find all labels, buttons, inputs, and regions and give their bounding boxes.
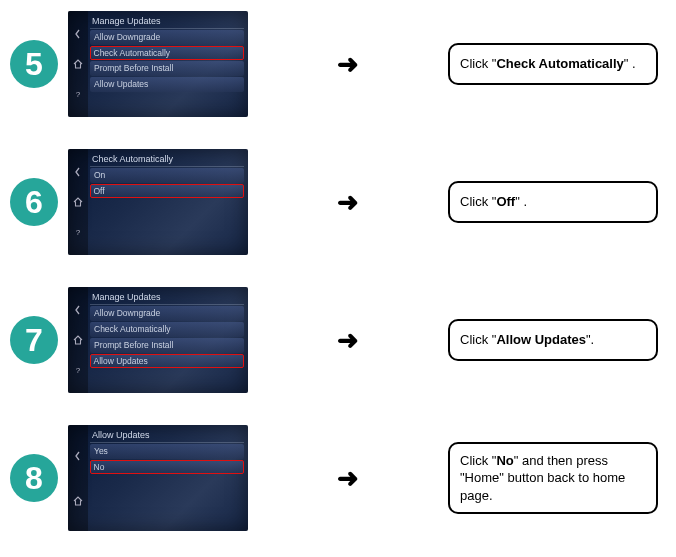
caption-post: ". [586, 332, 594, 347]
help-icon: ? [72, 88, 84, 100]
step-6-row: 6 ? Check Automatically On Off ➜ Click "… [0, 146, 676, 258]
arrow-container: ➜ [248, 325, 448, 356]
screen-title: Allow Updates [90, 429, 244, 443]
menu-item-highlighted: Check Automatically [90, 46, 244, 60]
caption-pre: Click " [460, 453, 496, 468]
instruction-caption-5: Click "Check Automatically" . [448, 43, 658, 85]
arrow-icon: ➜ [337, 49, 359, 80]
step-badge-7: 7 [10, 316, 58, 364]
home-icon [72, 334, 84, 346]
device-content: Manage Updates Allow Downgrade Check Aut… [90, 291, 244, 389]
back-icon [72, 304, 84, 316]
svg-text:?: ? [76, 366, 81, 375]
menu-item: Check Automatically [90, 322, 244, 337]
step-5-row: 5 ? Manage Updates Allow Downgrade Check… [0, 8, 676, 120]
caption-pre: Click " [460, 56, 496, 71]
menu-item-highlighted: Off [90, 184, 244, 198]
device-screenshot-8: Allow Updates Yes No [68, 425, 248, 531]
menu-item-highlighted: Allow Updates [90, 354, 244, 368]
caption-pre: Click " [460, 194, 496, 209]
device-screenshot-7: ? Manage Updates Allow Downgrade Check A… [68, 287, 248, 393]
arrow-icon: ➜ [337, 187, 359, 218]
back-icon [72, 166, 84, 178]
instruction-caption-8: Click "No" and then press "Home" button … [448, 442, 658, 515]
svg-text:?: ? [76, 90, 81, 99]
arrow-icon: ➜ [337, 325, 359, 356]
menu-item-highlighted: No [90, 460, 244, 474]
help-icon: ? [72, 226, 84, 238]
device-content: Manage Updates Allow Downgrade Check Aut… [90, 15, 244, 113]
back-icon [72, 450, 84, 462]
arrow-icon: ➜ [337, 463, 359, 494]
arrow-container: ➜ [248, 463, 448, 494]
device-sidebar: ? [68, 287, 88, 393]
screen-title: Check Automatically [90, 153, 244, 167]
device-sidebar [68, 425, 88, 531]
device-sidebar: ? [68, 11, 88, 117]
menu-item: Prompt Before Install [90, 338, 244, 353]
menu-item: Allow Downgrade [90, 30, 244, 45]
device-screenshot-5: ? Manage Updates Allow Downgrade Check A… [68, 11, 248, 117]
screen-title: Manage Updates [90, 291, 244, 305]
arrow-container: ➜ [248, 49, 448, 80]
menu-item: On [90, 168, 244, 183]
step-8-row: 8 Allow Updates Yes No ➜ Click "No" and … [0, 422, 676, 534]
caption-bold: Off [496, 194, 515, 209]
back-icon [72, 28, 84, 40]
svg-text:?: ? [76, 228, 81, 237]
menu-item: Prompt Before Install [90, 61, 244, 76]
instruction-caption-7: Click "Allow Updates". [448, 319, 658, 361]
step-badge-8: 8 [10, 454, 58, 502]
screen-title: Manage Updates [90, 15, 244, 29]
home-icon [72, 495, 84, 507]
device-sidebar: ? [68, 149, 88, 255]
menu-item: Allow Updates [90, 77, 244, 92]
caption-bold: Allow Updates [496, 332, 586, 347]
device-content: Check Automatically On Off [90, 153, 244, 251]
menu-item: Yes [90, 444, 244, 459]
instruction-caption-6: Click "Off" . [448, 181, 658, 223]
arrow-container: ➜ [248, 187, 448, 218]
device-screenshot-6: ? Check Automatically On Off [68, 149, 248, 255]
caption-bold: No [496, 453, 513, 468]
caption-bold: Check Automatically [496, 56, 623, 71]
caption-post: " . [515, 194, 527, 209]
menu-item: Allow Downgrade [90, 306, 244, 321]
step-badge-5: 5 [10, 40, 58, 88]
step-7-row: 7 ? Manage Updates Allow Downgrade Check… [0, 284, 676, 396]
home-icon [72, 196, 84, 208]
device-content: Allow Updates Yes No [90, 429, 244, 527]
help-icon: ? [72, 364, 84, 376]
step-badge-6: 6 [10, 178, 58, 226]
caption-post: " . [624, 56, 636, 71]
home-icon [72, 58, 84, 70]
caption-pre: Click " [460, 332, 496, 347]
